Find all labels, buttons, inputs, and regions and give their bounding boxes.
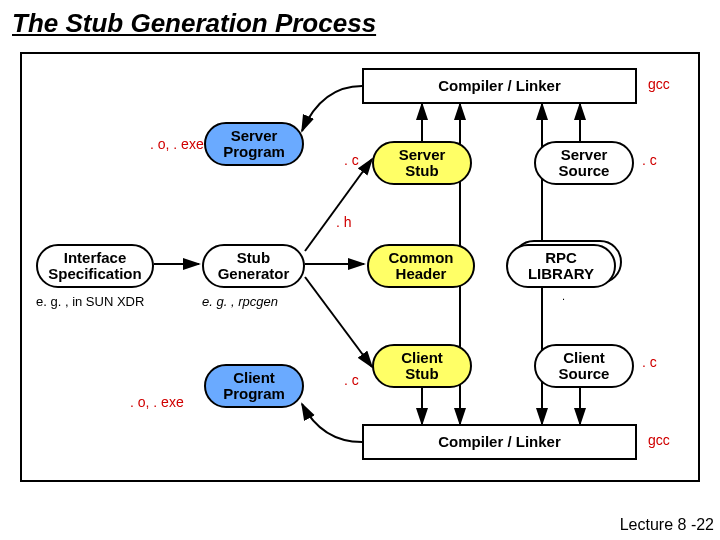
diagram-frame: Compiler / Linker gcc Server Program . o… xyxy=(20,52,700,482)
server-program: Server Program xyxy=(204,122,304,166)
h-label: . h xyxy=(336,214,352,230)
rpc-library: RPC LIBRARY xyxy=(506,244,616,288)
c-label-server-source: . c xyxy=(642,152,657,168)
o-exe-label-top: . o, . exe xyxy=(150,136,204,152)
lecture-footer: Lecture 8 -22 xyxy=(620,516,714,534)
client-source: Client Source xyxy=(534,344,634,388)
client-program: Client Program xyxy=(204,364,304,408)
o-exe-label-bottom: . o, . exe xyxy=(130,394,184,410)
common-header: Common Header xyxy=(367,244,475,288)
server-source: Server Source xyxy=(534,141,634,185)
c-label-server-stub: . c xyxy=(344,152,359,168)
interface-specification: Interface Specification xyxy=(36,244,154,288)
compiler-linker-bottom: Compiler / Linker xyxy=(362,424,637,460)
server-stub: Server Stub xyxy=(372,141,472,185)
gcc-label-bottom: gcc xyxy=(648,432,670,448)
xdr-note: e. g. , in SUN XDR xyxy=(36,294,144,309)
rpc-subnote: . xyxy=(562,290,565,302)
stub-generator: Stub Generator xyxy=(202,244,305,288)
page-title: The Stub Generation Process xyxy=(0,0,720,47)
gcc-label-top: gcc xyxy=(648,76,670,92)
client-stub: Client Stub xyxy=(372,344,472,388)
compiler-linker-top: Compiler / Linker xyxy=(362,68,637,104)
rpcgen-note: e. g. , rpcgen xyxy=(202,294,278,309)
c-label-client-source: . c xyxy=(642,354,657,370)
c-label-client-stub: . c xyxy=(344,372,359,388)
